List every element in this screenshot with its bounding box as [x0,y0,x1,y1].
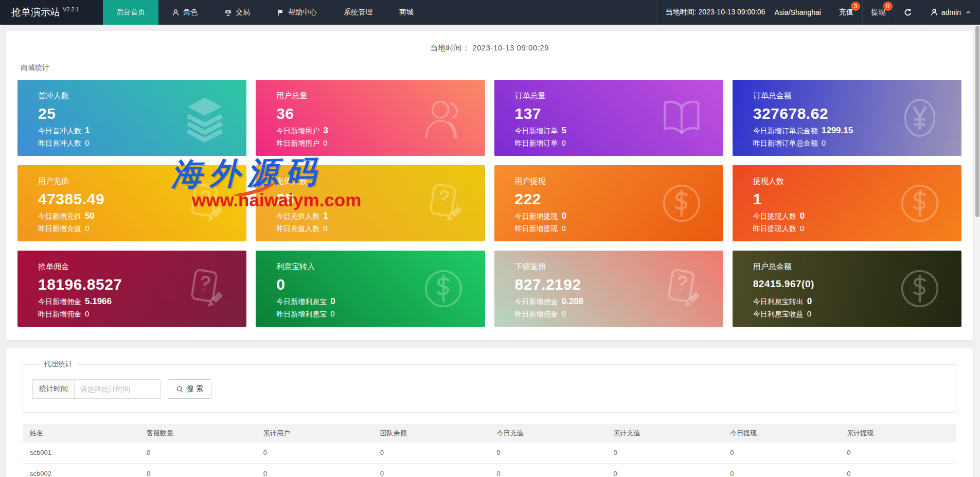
card-subline-value: 0 [822,138,826,147]
card-subline-label: 今日充值人数 [276,212,319,220]
dollar-icon [895,263,945,314]
withdraw-label: 提现 [871,8,886,17]
card-subline-label: 今日新增订单 [515,127,558,135]
card-subline-label: 今日新增充值 [38,212,81,220]
card-subline-label: 今日利息宝转出 [753,297,804,306]
card-subline-label: 今日新增利息宝 [276,297,327,306]
local-time-text: 当地时间: 2023-10-13 09:00:06 [666,8,765,17]
navbar-right: 当地时间: 2023-10-13 09:00:06 Asia/Shanghai … [656,0,980,25]
card-subline-value: 0 [85,309,89,318]
menu-item-label: 后台首页 [116,8,145,17]
menu-item-label: 商城 [399,8,414,17]
card-subline-label: 今日新增用户 [276,127,319,135]
menu-item-system[interactable]: 系统管理 [330,0,386,25]
card-subline-value: 0 [323,224,327,233]
docedit-icon [180,178,230,228]
search-button-label: 搜 索 [187,384,203,394]
card-subline-label: 昨日新增充值 [38,224,81,233]
section-title: 商城统计 [21,63,961,73]
card-subline-label: 今日提现人数 [753,212,796,220]
menu-item-help[interactable]: 帮助中心 [263,0,330,25]
table-cell: scb002 [23,463,139,477]
agent-stats-legend: 代理统计 [39,360,78,369]
user-icon [172,9,180,16]
card-subline-value: 5 [562,126,566,135]
scrollbar-thumb[interactable] [975,26,979,217]
card-subline-value: 5.1966 [85,296,112,306]
recharge-nav-button[interactable]: 充值 3 [830,0,862,25]
table-cell: 0 [256,463,373,477]
card-subline-value: 1299.15 [822,126,853,135]
card-subline-label: 今日首冲人数 [38,127,81,135]
docedit-icon [418,178,469,228]
card-subline-label: 今日新增佣金 [515,297,558,306]
table-cell: 0 [490,463,607,477]
filter-row: 统计时间 搜 索 [32,379,947,399]
card-subline-value: 0 [562,138,566,147]
username: admin [941,8,961,16]
dollar-icon [656,178,707,228]
menu-item-home[interactable]: 后台首页 [103,0,158,25]
panel-local-time: 当地时间： 2023-10-13 09:00:29 [17,43,961,53]
stat-card-grab-commission: 抢单佣金18196.8527今日新增佣金5.1966昨日新增佣金0 [17,251,246,327]
panel-time-label: 当地时间： [430,43,470,52]
menu-item-roles[interactable]: 角色 [158,0,211,25]
table-cell: 0 [723,443,840,463]
card-subline-value: 50 [85,211,95,221]
table-row: scb0020000000 [23,463,956,477]
card-subline-label: 昨日提现人数 [753,224,796,233]
flag-icon [277,9,284,16]
navbar-menu: 后台首页角色交易帮助中心系统管理商城 [103,0,427,25]
stat-card-recharge-users: 充值人数25今日充值人数1昨日充值人数0 [256,165,485,241]
docedit-icon [180,263,230,314]
withdraw-nav-button[interactable]: 提现 0 [862,0,895,25]
card-subline-value: 1 [323,211,328,221]
table-cell: 0 [606,443,723,463]
filter-label: 统计时间 [32,379,74,399]
docedit-icon [656,263,707,314]
app-version: V2.2.1 [63,6,79,12]
table-cell: 0 [373,443,490,463]
card-subline-label: 昨日新增订单 [515,139,558,147]
panel-time-value: 2023-10-13 09:00:29 [472,43,549,52]
mall-stats-panel: 当地时间： 2023-10-13 09:00:29 商城统计 首冲人数25今日首… [6,31,973,340]
menu-item-trade[interactable]: 交易 [211,0,263,25]
card-subline-label: 昨日新增订单总金额 [753,139,818,147]
agent-table-header-row: 姓名客服数量累计用户团队余额今日充值累计充值今日提现累计提现 [23,424,956,443]
card-subline-value: 0 [807,296,812,306]
stat-card-sub-rebate: 下级返佣827.2192今日新增佣金0.208昨日新增佣金0 [494,251,723,327]
menu-item-label: 系统管理 [344,8,372,17]
card-subline-value: 1 [85,126,90,135]
table-header-cell: 客服数量 [139,424,256,443]
book-icon [656,93,707,143]
dollar-icon [895,178,945,228]
table-header-cell: 团队余额 [373,424,490,443]
card-subline-label: 今日利息宝收益 [753,310,804,318]
table-cell: 0 [840,443,956,463]
refresh-button[interactable] [895,0,921,25]
user-icon [930,8,938,16]
agent-table-wrap: 姓名客服数量累计用户团队余额今日充值累计充值今日提现累计提现 scb001000… [23,424,956,477]
scales-icon [224,9,232,16]
agent-table-body: scb0010000000scb0020000000sc0030000000 [23,443,956,477]
page-scrollbar [975,25,980,477]
app-title: 抢单演示站 [11,6,60,19]
table-header-cell: 姓名 [23,424,139,443]
withdraw-badge: 0 [883,2,893,11]
search-button[interactable]: 搜 索 [168,379,211,399]
table-header-cell: 累计提现 [840,424,956,443]
card-subline-value: 0 [807,309,811,318]
menu-item-mall[interactable]: 商城 [386,0,427,25]
card-subline-value: 0.208 [562,296,584,306]
card-subline-label: 昨日新增利息宝 [276,310,327,318]
table-header-cell: 今日提现 [723,424,840,443]
table-cell: 0 [723,463,840,477]
card-subline-label: 昨日新增提现 [515,224,558,233]
card-subline-label: 昨日首冲人数 [38,139,81,147]
user-menu[interactable]: admin [921,0,980,25]
table-cell: 0 [490,443,607,463]
stat-time-input[interactable] [74,379,161,399]
card-subline-value: 0 [800,211,805,221]
card-subline-value: 0 [562,309,566,318]
stat-cards-grid: 首冲人数25今日首冲人数1昨日首冲人数0用户总量36今日新增用户3昨日新增用户0… [17,80,961,327]
